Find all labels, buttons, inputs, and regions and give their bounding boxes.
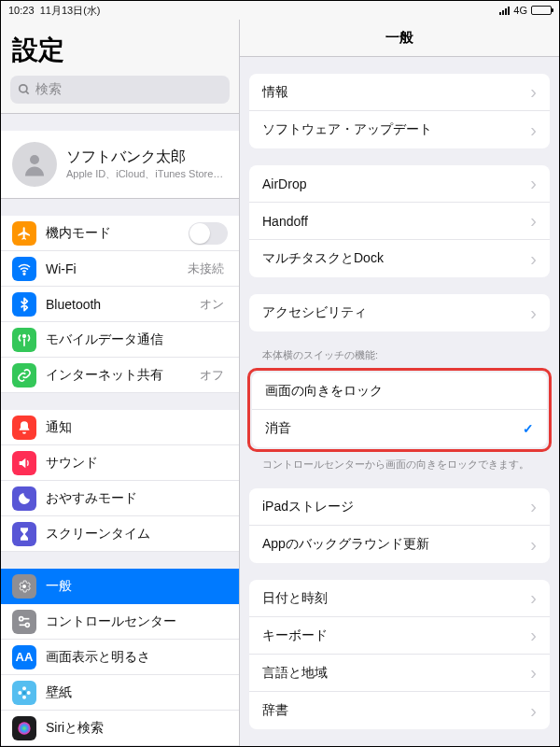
sidebar-item-switches[interactable]: コントロールセンター (1, 604, 239, 640)
search-input[interactable]: 検索 (10, 76, 230, 104)
detail-row-label: 辞書 (262, 702, 288, 719)
detail-row[interactable]: iPadストレージ› (249, 488, 550, 526)
sidebar-item-speaker[interactable]: サウンド (1, 445, 239, 481)
chevron-right-icon: › (530, 120, 537, 141)
speaker-icon (12, 451, 36, 475)
sidebar-item-flower[interactable]: 壁紙 (1, 675, 239, 711)
hourglass-icon (12, 522, 36, 546)
detail-row[interactable]: ソフトウェア・アップデート› (249, 111, 550, 148)
detail-row-label: 言語と地域 (262, 665, 328, 682)
highlight-box: 画面の向きをロック消音✓ (247, 368, 552, 452)
side-switch-header: 本体横のスイッチの機能: (240, 331, 559, 366)
sidebar-item-bell[interactable]: 通知 (1, 410, 239, 445)
account-row[interactable]: ソフトバンク太郎 Apple ID、iCloud、iTunes Storeと… (1, 131, 239, 199)
chevron-right-icon: › (530, 534, 537, 556)
switches-icon (12, 610, 36, 634)
detail-row[interactable]: AirDrop› (249, 165, 550, 203)
signal-icon (499, 6, 510, 15)
switch-option-label: 画面の向きをロック (265, 383, 383, 400)
sidebar-item-wifi[interactable]: Wi-Fi未接続 (1, 251, 239, 287)
chevron-right-icon: › (530, 303, 537, 324)
svg-point-4 (23, 334, 26, 337)
sidebar-item-label: 画面表示と明るさ (46, 649, 150, 666)
svg-point-2 (30, 155, 39, 164)
link-icon (12, 363, 36, 388)
status-bar: 10:23 11月13日(水) 4G (1, 1, 559, 20)
airplane-icon (12, 221, 36, 246)
chevron-right-icon: › (530, 700, 537, 722)
detail-row-label: Appのバックグラウンド更新 (262, 536, 429, 553)
detail-pane: 一般 情報›ソフトウェア・アップデート› AirDrop›Handoff›マルチ… (240, 20, 559, 746)
sidebar-item-label: コントロールセンター (46, 613, 176, 630)
avatar (12, 142, 57, 187)
detail-row-label: iPadストレージ (262, 499, 354, 515)
detail-row[interactable]: 情報› (249, 74, 550, 111)
moon-icon (12, 486, 36, 511)
sidebar-item-value: オン (200, 296, 228, 313)
antenna-icon (12, 328, 36, 352)
account-sub: Apple ID、iCloud、iTunes Storeと… (66, 167, 228, 181)
svg-line-1 (26, 92, 29, 94)
detail-row[interactable]: アクセシビリティ› (249, 294, 550, 331)
account-name: ソフトバンク太郎 (66, 148, 228, 167)
svg-point-3 (23, 273, 25, 275)
detail-row[interactable]: 言語と地域› (249, 655, 550, 692)
sidebar-item-siri[interactable]: Siriと検索 (1, 711, 239, 746)
settings-sidebar: 設定 検索 ソフトバンク太郎 Apple ID、iCloud、iTunes St… (1, 20, 240, 746)
svg-point-12 (22, 695, 26, 698)
svg-point-0 (20, 85, 27, 92)
chevron-right-icon: › (530, 587, 537, 609)
sidebar-item-label: サウンド (46, 455, 98, 472)
detail-row-label: Handoff (262, 214, 308, 229)
detail-row-label: アクセシビリティ (262, 304, 367, 321)
aa-icon: AA (12, 645, 36, 669)
flower-icon (12, 681, 36, 705)
sidebar-item-label: スクリーンタイム (46, 526, 150, 543)
sidebar-item-airplane[interactable]: 機内モード (1, 216, 239, 251)
sidebar-item-bluetooth[interactable]: Bluetoothオン (1, 287, 239, 322)
sidebar-item-hourglass[interactable]: スクリーンタイム (1, 516, 239, 552)
detail-row[interactable]: 辞書› (249, 692, 550, 729)
svg-point-10 (22, 691, 26, 695)
chevron-right-icon: › (530, 625, 537, 646)
chevron-right-icon: › (530, 81, 537, 103)
detail-row[interactable]: マルチタスクとDock› (249, 240, 550, 277)
status-time: 10:23 (8, 5, 35, 16)
chevron-right-icon: › (530, 662, 537, 684)
detail-row[interactable]: 日付と時刻› (249, 580, 550, 617)
status-date: 11月13日(水) (40, 5, 101, 16)
network-label: 4G (513, 5, 527, 16)
wifi-icon (12, 257, 36, 281)
svg-point-14 (27, 691, 31, 695)
sidebar-item-label: Siriと検索 (46, 720, 104, 737)
detail-row[interactable]: Appのバックグラウンド更新› (249, 526, 550, 563)
sidebar-item-link[interactable]: インターネット共有オフ (1, 358, 239, 393)
detail-row-label: マルチタスクとDock (262, 250, 384, 267)
detail-row-label: 情報 (262, 84, 288, 101)
detail-row[interactable]: キーボード› (249, 617, 550, 655)
battery-icon (531, 6, 552, 15)
svg-point-6 (20, 616, 23, 620)
page-title: 設定 (12, 33, 228, 68)
detail-row-label: 日付と時刻 (262, 590, 328, 607)
svg-point-15 (18, 722, 30, 734)
side-switch-footer: コントロールセンターから画面の向きをロックできます。 (240, 452, 559, 472)
sidebar-item-label: モバイルデータ通信 (46, 331, 163, 348)
gear-icon (12, 574, 36, 599)
sidebar-item-label: 壁紙 (46, 684, 72, 701)
check-icon: ✓ (523, 421, 534, 436)
toggle[interactable] (189, 222, 228, 245)
sidebar-item-label: インターネット共有 (46, 367, 163, 384)
sidebar-item-aa[interactable]: AA画面表示と明るさ (1, 640, 239, 675)
sidebar-item-moon[interactable]: おやすみモード (1, 481, 239, 516)
sidebar-item-antenna[interactable]: モバイルデータ通信 (1, 322, 239, 358)
bluetooth-icon (12, 292, 36, 317)
chevron-right-icon: › (530, 248, 537, 270)
detail-row[interactable]: Handoff› (249, 203, 550, 240)
sidebar-item-gear[interactable]: 一般 (1, 569, 239, 604)
bell-icon (12, 416, 36, 440)
sidebar-item-value: オフ (200, 367, 228, 384)
switch-option[interactable]: 消音✓ (252, 410, 547, 447)
switch-option[interactable]: 画面の向きをロック (252, 373, 547, 410)
sidebar-item-label: Wi-Fi (46, 261, 77, 276)
